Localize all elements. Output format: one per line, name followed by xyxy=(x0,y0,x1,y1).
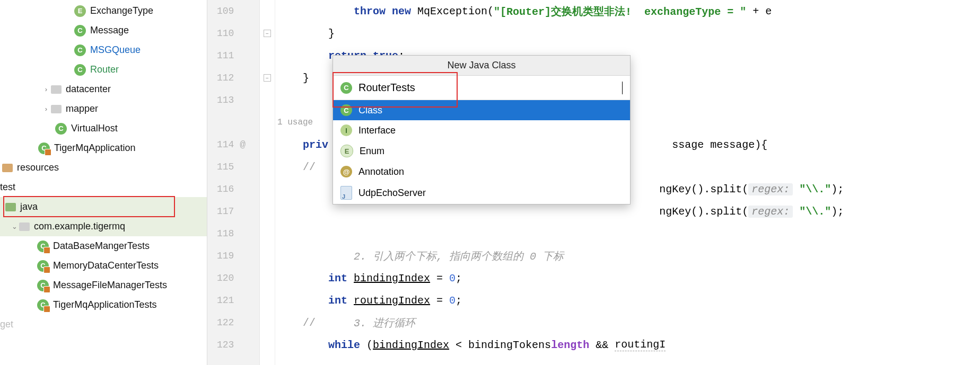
tree-item[interactable]: ⌄com.example.tigermq xyxy=(0,217,207,236)
inlay-hint: regex: xyxy=(748,183,793,195)
tree-item[interactable]: CDataBaseMangerTests xyxy=(0,236,207,256)
tree-item[interactable]: ›mapper xyxy=(0,99,207,119)
fold-toggle xyxy=(260,200,275,222)
usages-hint[interactable]: 1 usage xyxy=(277,118,313,127)
dialog-type-option[interactable]: @Annotation xyxy=(333,162,630,182)
tree-item[interactable]: test xyxy=(0,177,207,197)
tree-item-label: VirtualHost xyxy=(71,123,118,134)
fold-column[interactable]: −− xyxy=(260,0,275,365)
i-icon: I xyxy=(340,124,352,136)
class-icon: C xyxy=(37,299,49,311)
tree-item-label: resources xyxy=(17,162,59,173)
line-number[interactable]: 118 xyxy=(207,222,259,245)
tree-item[interactable]: CMemoryDataCenterTests xyxy=(0,256,207,275)
line-number[interactable] xyxy=(207,111,259,133)
tree-item-label: TigerMqApplicationTests xyxy=(53,299,156,310)
line-number[interactable]: 116 xyxy=(207,178,259,200)
fold-toggle xyxy=(260,0,275,22)
line-number[interactable]: 112 xyxy=(207,67,259,89)
keyword-throw: throw new xyxy=(354,5,411,17)
line-number[interactable]: 111 xyxy=(207,44,259,67)
tree-item[interactable]: CTigerMqApplicationTests xyxy=(0,295,207,315)
option-label: Interface xyxy=(358,125,396,136)
chevron-icon[interactable]: › xyxy=(41,105,51,113)
dialog-input-row: C xyxy=(333,76,630,100)
line-number[interactable]: 115 xyxy=(207,156,259,178)
fold-toggle[interactable]: − xyxy=(260,67,275,89)
line-number[interactable]: 109 xyxy=(207,0,259,22)
project-tree[interactable]: EExchangeTypeCMessageCMSGQueueCRouter›da… xyxy=(0,0,207,365)
class-icon: C xyxy=(340,82,352,94)
line-number[interactable]: 123 xyxy=(207,334,259,356)
tree-item[interactable]: resources xyxy=(0,158,207,177)
class-name-input[interactable] xyxy=(357,81,622,94)
folder-icon xyxy=(5,203,16,211)
fold-toggle xyxy=(260,111,275,133)
ide-root: EExchangeTypeCMessageCMSGQueueCRouter›da… xyxy=(0,0,980,365)
fold-toggle xyxy=(260,133,275,156)
folder-icon xyxy=(19,222,30,231)
tree-item-label: get xyxy=(0,319,13,330)
dialog-type-option[interactable]: UdpEchoServer xyxy=(333,182,630,204)
fold-toggle xyxy=(260,334,275,356)
chevron-icon[interactable]: ⌄ xyxy=(10,222,19,230)
option-label: Enum xyxy=(360,146,384,157)
tree-item[interactable]: CMSGQueue xyxy=(0,40,207,60)
comment-line: 3. 进行循环 xyxy=(354,316,415,330)
tree-item-label: DataBaseMangerTests xyxy=(53,241,150,252)
line-number[interactable]: 114 @ xyxy=(207,133,259,156)
inlay-hint: regex: xyxy=(748,206,793,218)
fold-toggle xyxy=(260,178,275,200)
class-icon: C xyxy=(37,260,49,272)
a-icon: @ xyxy=(340,166,352,177)
new-class-dialog[interactable]: New Java Class C CClassIInterfaceEEnum@A… xyxy=(332,55,631,204)
keyword-private: priv xyxy=(303,139,328,151)
tree-item-label: MessageFileManagerTests xyxy=(53,280,167,291)
class-icon: C xyxy=(74,44,86,56)
option-label: UdpEchoServer xyxy=(358,188,426,199)
class-icon: C xyxy=(74,64,86,76)
tree-item-label: com.example.tigermq xyxy=(34,221,125,232)
tree-item[interactable]: EExchangeType xyxy=(0,1,207,21)
class-icon: C xyxy=(38,143,50,154)
class-icon: C xyxy=(37,280,49,291)
line-number[interactable]: 110 xyxy=(207,22,259,44)
dialog-type-option[interactable]: EEnum xyxy=(333,140,630,162)
dialog-type-option[interactable]: CClass xyxy=(333,100,630,120)
folder-icon xyxy=(51,105,62,113)
line-number[interactable]: 117 xyxy=(207,200,259,222)
option-label: Annotation xyxy=(358,166,404,177)
tree-item[interactable]: CVirtualHost xyxy=(0,119,207,138)
fold-toggle xyxy=(260,267,275,289)
tree-item[interactable]: ›datacenter xyxy=(0,79,207,99)
option-label: Class xyxy=(358,105,382,116)
string-literal: "[Router]交换机类型非法! exchangeType = " xyxy=(494,4,746,19)
tree-item-label: mapper xyxy=(66,103,98,114)
tree-item-label: test xyxy=(0,182,15,193)
folder-icon xyxy=(51,85,62,94)
folder-icon xyxy=(2,164,13,172)
tree-item[interactable]: CMessageFileManagerTests xyxy=(0,275,207,295)
dialog-type-list[interactable]: CClassIInterfaceEEnum@AnnotationUdpEchoS… xyxy=(333,100,630,204)
line-number[interactable]: 119 xyxy=(207,245,259,267)
tree-item[interactable]: get xyxy=(0,315,207,334)
line-number[interactable]: 120 xyxy=(207,267,259,289)
e-icon: E xyxy=(340,145,353,157)
tree-item-label: MSGQueue xyxy=(90,44,141,56)
tree-item[interactable]: java xyxy=(0,197,207,217)
tree-item[interactable]: CTigerMqApplication xyxy=(0,138,207,158)
f-icon xyxy=(340,186,352,200)
fold-toggle xyxy=(260,289,275,311)
comment-line: // xyxy=(277,161,316,173)
tree-item[interactable]: CRouter xyxy=(0,60,207,79)
dialog-type-option[interactable]: IInterface xyxy=(333,120,630,140)
tree-item-label: Router xyxy=(90,64,119,75)
line-number[interactable]: 121 xyxy=(207,289,259,311)
dialog-title: New Java Class xyxy=(333,56,630,76)
line-number[interactable]: 113 xyxy=(207,89,259,111)
chevron-icon[interactable]: › xyxy=(41,85,51,93)
tree-item[interactable]: CMessage xyxy=(0,21,207,40)
fold-toggle[interactable]: − xyxy=(260,22,275,44)
line-number[interactable]: 122 xyxy=(207,311,259,334)
fold-toggle xyxy=(260,311,275,334)
